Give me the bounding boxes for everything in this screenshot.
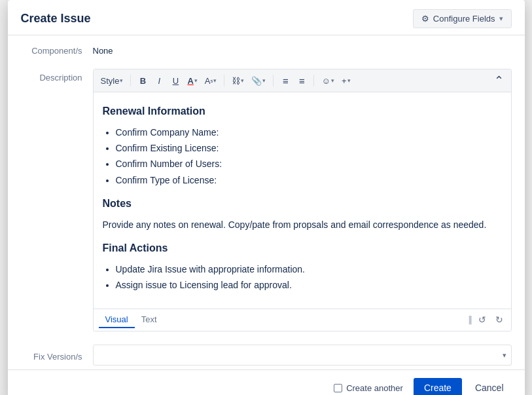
renewal-heading: Renewal Information	[103, 103, 502, 120]
final-actions-list: Update Jira Issue with appropriate infor…	[103, 262, 502, 293]
undo-button[interactable]: ↺	[476, 313, 489, 326]
description-label: Description	[21, 69, 93, 83]
ordered-list-button[interactable]: ≡	[294, 72, 310, 89]
fix-version-select[interactable]	[93, 345, 512, 366]
insert-button[interactable]: + ▾	[338, 72, 354, 89]
component-label: Component/s	[21, 42, 93, 56]
italic-button[interactable]: I	[151, 72, 167, 89]
bullet-item-4: Confirm Type of License:	[116, 173, 502, 187]
editor-content-area[interactable]: Renewal Information Confirm Company Name…	[94, 92, 511, 309]
attachment-button[interactable]: 📎 ▾	[248, 72, 269, 89]
bullet-list-button[interactable]: ≡	[277, 72, 293, 89]
toolbar-list-group: ≡ ≡	[277, 72, 310, 89]
notes-text: Provide any notes on renewal. Copy/pate …	[103, 217, 502, 232]
redo-button[interactable]: ↻	[493, 313, 506, 326]
chevron-down-icon: ▾	[499, 14, 503, 23]
emoji-caret-icon: ▾	[331, 77, 334, 84]
cancel-button[interactable]: Cancel	[467, 378, 512, 395]
expand-toolbar-button[interactable]: ⌃	[491, 72, 507, 89]
dialog-title: Create Issue	[21, 12, 91, 26]
create-another-checkbox[interactable]	[334, 384, 342, 392]
gear-icon: ⚙	[421, 14, 429, 24]
editor-footer-actions: ▐ ↺ ↻	[467, 313, 506, 326]
super-caret-icon: ▾	[213, 77, 217, 84]
renewal-list: Confirm Company Name: Confirm Existing L…	[103, 125, 502, 188]
toolbar-separator-3	[273, 75, 274, 86]
fix-version-field-row: Fix Version/s ▾	[21, 338, 512, 369]
undo-icon: ↺	[478, 314, 486, 325]
insert-caret-icon: ▾	[347, 77, 351, 84]
tab-visual[interactable]: Visual	[99, 312, 135, 328]
fix-version-label: Fix Version/s	[21, 348, 93, 362]
bold-button[interactable]: B	[135, 72, 151, 89]
configure-fields-button[interactable]: ⚙ Configure Fields ▾	[413, 9, 512, 28]
style-caret-icon: ▾	[120, 77, 123, 84]
link-button[interactable]: ⛓ ▾	[228, 72, 247, 89]
final-actions-heading: Final Actions	[103, 240, 502, 257]
create-issue-dialog: Create Issue ⚙ Configure Fields ▾ Compon…	[8, 0, 525, 395]
create-another-label[interactable]: Create another	[334, 383, 403, 393]
component-field-row: Component/s None	[21, 35, 512, 62]
color-caret-icon: ▾	[194, 77, 198, 84]
fix-version-select-wrapper: ▾	[93, 345, 512, 366]
description-field-row: Description Style ▾ B I	[21, 62, 512, 338]
dialog-footer: Create another Create Cancel	[8, 369, 525, 395]
toolbar-separator-4	[313, 75, 314, 86]
toolbar-separator-1	[130, 75, 131, 86]
toolbar-format-group: B I U A ▾ As ▾	[135, 72, 220, 89]
editor-footer: Visual Text ▐ ↺ ↻	[94, 309, 511, 331]
configure-fields-label: Configure Fields	[433, 14, 495, 24]
description-editor: Style ▾ B I U A ▾	[93, 69, 512, 331]
style-button[interactable]: Style ▾	[98, 72, 127, 89]
underline-button[interactable]: U	[168, 72, 183, 89]
dialog-body: Component/s None Description Style ▾	[8, 35, 525, 369]
component-value: None	[93, 42, 512, 56]
attach-caret-icon: ▾	[262, 77, 266, 84]
redo-icon: ↻	[495, 314, 503, 325]
superscript-button[interactable]: As ▾	[202, 72, 221, 89]
final-bullet-1: Update Jira Issue with appropriate infor…	[116, 262, 502, 276]
color-button[interactable]: A ▾	[184, 72, 200, 89]
link-caret-icon: ▾	[241, 77, 244, 84]
chevron-up-icon: ⌃	[494, 73, 504, 88]
toolbar-style-group: Style ▾	[98, 72, 127, 89]
notes-heading: Notes	[103, 195, 502, 212]
toolbar-separator-2	[224, 75, 224, 86]
editor-toolbar: Style ▾ B I U A ▾	[94, 69, 511, 92]
tab-text[interactable]: Text	[135, 312, 164, 328]
create-button[interactable]: Create	[414, 378, 462, 395]
final-bullet-2: Assign issue to Licensing lead for appro…	[116, 278, 502, 292]
toolbar-extra-group: ☺ ▾ + ▾	[318, 72, 353, 89]
resize-handle-icon: ▐	[467, 316, 472, 324]
dialog-overlay: Create Issue ⚙ Configure Fields ▾ Compon…	[0, 0, 532, 395]
bullet-item-3: Confirm Number of Users:	[116, 157, 502, 171]
emoji-button[interactable]: ☺ ▾	[318, 72, 337, 89]
bullet-item-2: Confirm Existing License:	[116, 141, 502, 155]
dialog-header: Create Issue ⚙ Configure Fields ▾	[8, 0, 525, 35]
create-another-text: Create another	[346, 383, 403, 393]
editor-tab-group: Visual Text	[99, 312, 164, 328]
toolbar-insert-group: ⛓ ▾ 📎 ▾	[228, 72, 269, 89]
bullet-item-1: Confirm Company Name:	[116, 125, 502, 140]
